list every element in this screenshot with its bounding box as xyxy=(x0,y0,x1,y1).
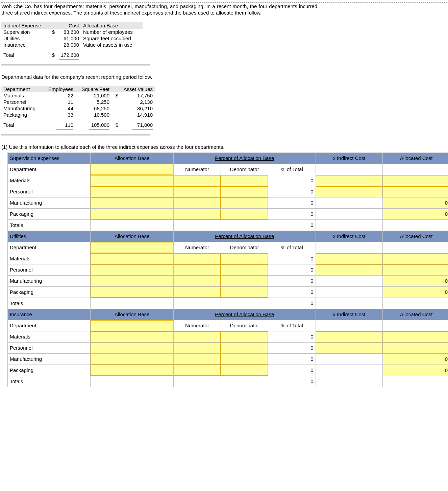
intro-text: Woh Che Co. has four departments: materi… xyxy=(1,3,317,16)
allocation-base-input[interactable] xyxy=(91,253,173,264)
denominator-input[interactable] xyxy=(221,253,268,264)
indirect-cost-cell xyxy=(316,275,383,286)
numerator-input[interactable] xyxy=(173,253,221,264)
subhdr-pct: % of Total xyxy=(268,320,316,331)
section-title: Insurance xyxy=(8,309,91,320)
row-supervision: Supervision xyxy=(1,29,46,35)
dept-row-label: Manufacturing xyxy=(8,353,91,365)
dept-row-label: Personnel xyxy=(8,342,91,353)
indirect-cost-input[interactable] xyxy=(316,186,383,197)
subhdr-denominator: Denominator xyxy=(221,164,268,175)
hdr-percent-alloc: Percent of Allocation Base xyxy=(173,153,316,164)
denominator-input[interactable] xyxy=(221,208,268,219)
allocated-cost-input[interactable] xyxy=(383,186,448,197)
subhdr-numerator: Numerator xyxy=(173,164,221,175)
allocated-cost-cell: 0 xyxy=(383,353,448,365)
subhdr-numerator: Numerator xyxy=(173,320,221,331)
allocated-cost-input[interactable] xyxy=(383,253,448,264)
allocation-base-input[interactable] xyxy=(91,186,173,197)
denominator-input[interactable] xyxy=(221,175,268,186)
denominator-input[interactable] xyxy=(221,186,268,197)
total-label: Total xyxy=(1,52,46,58)
allocation-base-input[interactable] xyxy=(91,286,173,298)
indirect-cost-input[interactable] xyxy=(316,175,383,186)
numerator-input[interactable] xyxy=(173,286,221,298)
allocation-base-input[interactable] xyxy=(91,208,173,219)
allocated-cost-input[interactable] xyxy=(383,264,448,275)
allocation-table: Supervision expensesAllocation BasePerce… xyxy=(7,153,448,387)
allocation-base-input[interactable] xyxy=(91,275,173,286)
indirect-cost-input[interactable] xyxy=(316,342,383,353)
hdr-allocated-cost: Allocated Cost xyxy=(383,231,448,242)
hdr-allocation-base: Allocation Base xyxy=(91,153,173,164)
denominator-input[interactable] xyxy=(221,275,268,286)
allocation-base-input[interactable] xyxy=(91,353,173,365)
department-data-table: Department Employees Square Feet Asset V… xyxy=(1,86,155,131)
row-utilities: Utilities xyxy=(1,35,46,42)
indirect-cost-input[interactable] xyxy=(316,253,383,264)
hdr-percent-alloc: Percent of Allocation Base xyxy=(173,231,316,242)
allocation-base-input[interactable] xyxy=(91,242,173,253)
indirect-cost-input[interactable] xyxy=(316,331,383,342)
denominator-input[interactable] xyxy=(221,286,268,298)
dept-row-label: Personnel xyxy=(8,264,91,275)
denominator-input[interactable] xyxy=(221,342,268,353)
col-base: Allocation Base xyxy=(81,22,143,29)
allocated-cost-cell: 0 xyxy=(383,365,448,376)
dept-row-label: Packaging xyxy=(8,365,91,376)
hdr-x-indirect: x Indirect Cost xyxy=(316,231,383,242)
subhdr-pct: % of Total xyxy=(268,242,316,253)
indirect-cost-cell xyxy=(316,286,383,298)
section-title: Utilities xyxy=(8,231,91,242)
pct-cell: 0 xyxy=(268,253,316,264)
allocation-base-input[interactable] xyxy=(91,197,173,208)
totals-pct: 0 xyxy=(268,298,316,309)
dept-row-label: Packaging xyxy=(8,286,91,298)
allocation-base-input[interactable] xyxy=(91,365,173,376)
numerator-input[interactable] xyxy=(173,342,221,353)
allocated-cost-input[interactable] xyxy=(383,175,448,186)
numerator-input[interactable] xyxy=(173,264,221,275)
denominator-input[interactable] xyxy=(221,197,268,208)
subhdr-pct: % of Total xyxy=(268,164,316,175)
allocation-base-input[interactable] xyxy=(91,320,173,331)
numerator-input[interactable] xyxy=(173,197,221,208)
dept-intro: Departmental data for the company's rece… xyxy=(1,74,448,80)
numerator-input[interactable] xyxy=(173,275,221,286)
pct-cell: 0 xyxy=(268,197,316,208)
allocation-base-input[interactable] xyxy=(91,331,173,342)
subhdr-numerator: Numerator xyxy=(173,242,221,253)
numerator-input[interactable] xyxy=(173,365,221,376)
allocated-cost-cell: 0 xyxy=(383,275,448,286)
denominator-input[interactable] xyxy=(221,264,268,275)
denominator-input[interactable] xyxy=(221,331,268,342)
numerator-input[interactable] xyxy=(173,331,221,342)
pct-cell: 0 xyxy=(268,331,316,342)
dept-row-label: Materials xyxy=(8,175,91,186)
indirect-expense-table: Indirect Expense Cost Allocation Base Su… xyxy=(1,22,143,61)
numerator-input[interactable] xyxy=(173,186,221,197)
indirect-cost-cell xyxy=(316,365,383,376)
allocated-cost-input[interactable] xyxy=(383,331,448,342)
denominator-input[interactable] xyxy=(221,353,268,365)
totals-pct: 0 xyxy=(268,376,316,387)
allocation-base-input[interactable] xyxy=(91,175,173,186)
dept-row-label: Materials xyxy=(8,331,91,342)
indirect-cost-cell xyxy=(316,353,383,365)
indirect-cost-cell xyxy=(316,197,383,208)
indirect-cost-input[interactable] xyxy=(316,264,383,275)
totals-pct: 0 xyxy=(268,219,316,231)
subhdr-denominator: Denominator xyxy=(221,242,268,253)
numerator-input[interactable] xyxy=(173,208,221,219)
allocated-cost-input[interactable] xyxy=(383,342,448,353)
allocation-base-input[interactable] xyxy=(91,342,173,353)
hdr-allocated-cost: Allocated Cost xyxy=(383,309,448,320)
numerator-input[interactable] xyxy=(173,175,221,186)
denominator-input[interactable] xyxy=(221,365,268,376)
allocation-base-input[interactable] xyxy=(91,164,173,175)
subhdr-department: Department xyxy=(8,164,91,175)
hdr-x-indirect: x Indirect Cost xyxy=(316,153,383,164)
allocation-base-input[interactable] xyxy=(91,264,173,275)
total-cost: 172,600 xyxy=(57,52,81,58)
numerator-input[interactable] xyxy=(173,353,221,365)
